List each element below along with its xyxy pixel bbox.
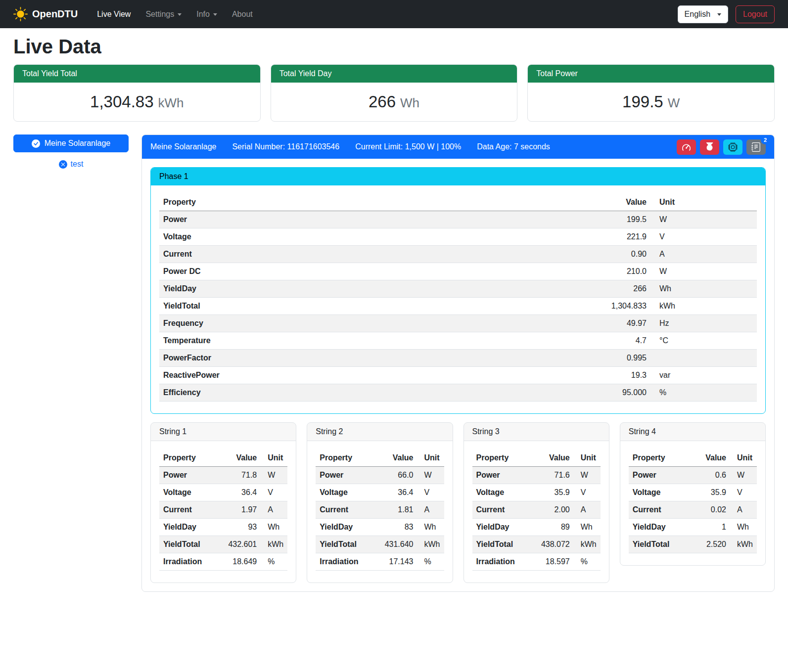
language-select[interactable]: English [678,5,728,23]
unit-cell: kWh [574,536,601,553]
unit-cell: Wh [730,519,757,536]
unit-cell: Hz [650,315,757,332]
unit-cell: V [730,484,757,501]
logout-button[interactable]: Logout [736,5,775,23]
event-log-button[interactable]: 2 [746,139,766,155]
string-4-card: String 4 Property Value Unit [620,422,766,566]
unit-cell: V [261,484,287,501]
power-settings-button[interactable] [700,139,719,155]
unit-cell: % [261,553,287,571]
property-cell: YieldDay [159,519,224,536]
table-row: YieldDay 1 Wh [629,519,757,536]
unit-cell: Wh [261,519,287,536]
speedometer-icon [681,142,692,152]
chevron-down-icon [213,13,217,16]
value-cell: 71.6 [537,467,574,484]
inverter-name: Meine Solaranlage [150,142,216,151]
property-cell: YieldDay [472,519,537,536]
unit-cell: kWh [650,298,757,315]
unit-cell: kWh [261,536,287,553]
inverter-actions: 2 [677,139,766,155]
table-header-row: Property Value Unit [159,194,757,211]
table-row: Power 199.5 W [159,211,757,228]
property-cell: Frequency [159,315,591,332]
value-cell: 93 [224,519,261,536]
limit-settings-button[interactable] [677,139,696,155]
nav-links: Live View Settings Info About [90,5,677,23]
value-cell: 1.81 [381,501,417,519]
property-cell: Power DC [159,263,591,280]
value-cell: 4.7 [591,332,650,350]
property-cell: Voltage [629,484,695,501]
property-cell: Current [159,501,224,519]
nav-item-live-view[interactable]: Live View [90,5,138,23]
value-cell: 19.3 [591,367,650,384]
card-unit: Wh [400,95,419,110]
value-cell: 0.02 [695,501,730,519]
property-cell: YieldTotal [472,536,537,553]
value-cell: 95.000 [591,384,650,402]
property-cell: YieldTotal [316,536,380,553]
table-row: Current 2.00 A [472,501,601,519]
total-yield-day-card: Total Yield Day 266Wh [271,64,518,122]
property-cell: Temperature [159,332,591,350]
table-row: YieldDay 89 Wh [472,519,601,536]
event-count-badge: 2 [761,136,770,144]
value-cell: 0.6 [695,467,730,484]
table-row: Power 0.6 W [629,467,757,484]
unit-cell: W [650,211,757,228]
property-cell: ReactivePower [159,367,591,384]
table-header-row: Property Value Unit [316,449,444,467]
chevron-down-icon [717,13,721,16]
inverter-select-label: Meine Solaranlage [45,139,110,148]
property-column-header: Property [472,449,537,467]
table-row: Power DC 210.0 W [159,263,757,280]
total-yield-total-card: Total Yield Total 1,304.83kWh [13,64,261,122]
property-cell: Current [472,501,537,519]
value-cell: 2.00 [537,501,574,519]
unit-cell: W [417,467,444,484]
unit-cell: % [417,553,444,571]
nav-item-settings[interactable]: Settings [138,5,189,23]
nav-item-info[interactable]: Info [189,5,225,23]
unit-column-header: Unit [730,449,757,467]
unit-cell: Wh [417,519,444,536]
table-row: Irradiation 18.649 % [159,553,287,571]
test-inverter-link[interactable]: test [13,160,129,169]
property-cell: Power [159,211,591,228]
nav-item-about[interactable]: About [225,5,260,23]
card-title: Total Yield Day [271,65,517,83]
brand[interactable]: OpenDTU [13,7,78,21]
nav-item-info-label: Info [196,10,210,19]
inverter-select-button[interactable]: Meine Solaranlage [13,134,129,152]
table-row: Efficiency 95.000 % [159,384,757,402]
value-cell: 66.0 [381,467,417,484]
table-header-row: Property Value Unit [159,449,287,467]
device-info-button[interactable] [723,139,742,155]
unit-cell: A [417,501,444,519]
table-row: Frequency 49.97 Hz [159,315,757,332]
string-title: String 3 [464,423,609,441]
value-cell: 89 [537,519,574,536]
property-cell: Irradiation [472,553,537,571]
string-1-table: Property Value Unit Power [159,449,287,571]
value-column-header: Value [381,449,417,467]
test-inverter-label: test [71,160,84,169]
property-column-header: Property [159,449,224,467]
unit-cell: A [730,501,757,519]
property-cell: YieldTotal [629,536,695,553]
value-cell: 18.649 [224,553,261,571]
unit-cell: % [650,384,757,402]
property-cell: Voltage [159,484,224,501]
value-cell: 1,304.833 [591,298,650,315]
phase-title: Phase 1 [151,168,765,185]
value-cell: 36.4 [224,484,261,501]
value-cell: 49.97 [591,315,650,332]
property-cell: Current [316,501,380,519]
unit-cell: V [650,228,757,246]
table-row: YieldTotal 2.520 kWh [629,536,757,553]
check-circle-icon [32,139,40,148]
property-cell: YieldTotal [159,298,591,315]
table-row: Irradiation 17.143 % [316,553,444,571]
unit-cell [650,350,757,367]
